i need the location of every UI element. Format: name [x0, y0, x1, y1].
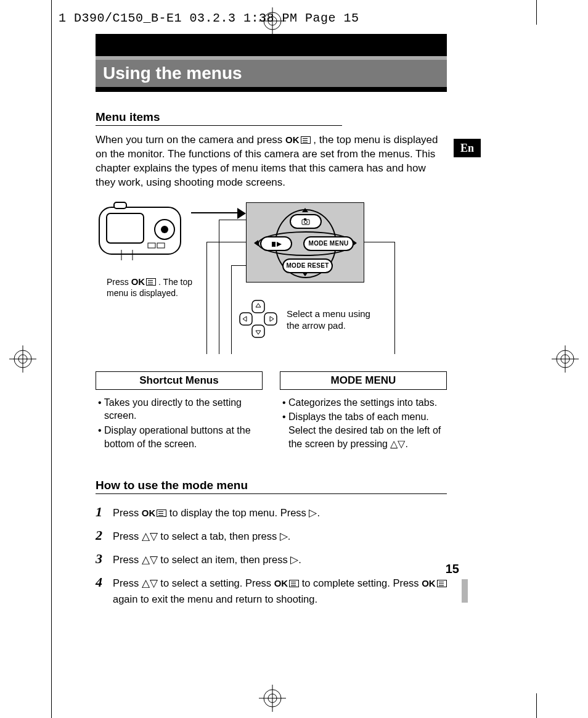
svg-rect-22 — [114, 202, 126, 208]
svg-rect-30 — [252, 300, 264, 313]
intro-pre: When you turn on the camera and press — [96, 134, 285, 146]
ok-menu-icon: OK — [422, 576, 447, 590]
print-header: 1 D390/C150_B-E1 03.2.3 1:38 PM Page 15 — [59, 11, 359, 25]
section-how-to: How to use the mode menu — [96, 479, 447, 494]
bullet: • Displays the tabs of each menu. Select… — [280, 410, 447, 450]
ok-menu-icon: OK — [285, 134, 311, 146]
ok-menu-icon: OK — [142, 506, 167, 520]
col-head-shortcut: Shortcut Menus — [96, 371, 263, 390]
arrow-head-icon — [237, 208, 246, 219]
mode-menu-column: MODE MENU • Categorizes the settings int… — [280, 371, 447, 452]
arrow-line — [191, 212, 240, 213]
connector-line — [206, 242, 207, 354]
ok-menu-icon: OK — [274, 576, 300, 590]
lcd-mode-menu: MODE MENU — [303, 236, 354, 251]
svg-marker-29 — [277, 242, 282, 247]
registration-mark-icon — [259, 685, 286, 712]
diagram-area: Press OK . The top menu is displayed. — [96, 199, 447, 353]
crop-line — [536, 0, 537, 25]
crop-line — [536, 693, 537, 718]
step-3: 3 Press △▽ to select an item, then press… — [96, 548, 447, 569]
svg-rect-17 — [107, 213, 144, 243]
shortcut-menus-column: Shortcut Menus • Takes you directly to t… — [96, 371, 263, 452]
lcd-top-menu: MODE MENU MODE RESET — [246, 202, 364, 283]
page-number: 15 — [446, 562, 459, 576]
camera-caption: Press OK . The top menu is displayed. — [107, 276, 205, 299]
connector-line — [231, 265, 246, 266]
arrow-pad-icon — [239, 299, 278, 339]
lcd-mode-reset: MODE RESET — [282, 258, 333, 273]
svg-rect-21 — [157, 243, 165, 248]
col-head-mode-menu: MODE MENU — [280, 371, 447, 390]
connector-line — [219, 220, 246, 220]
title-band: Using the menus — [96, 34, 447, 92]
triangle-right-icon — [353, 240, 357, 246]
triangle-left-icon — [254, 240, 258, 246]
svg-point-26 — [304, 220, 308, 223]
section-menu-items: Menu items — [96, 110, 342, 126]
svg-point-19 — [161, 226, 168, 233]
bullet: • Categorizes the settings into tabs. — [280, 396, 447, 410]
connector-line — [219, 220, 219, 354]
ok-menu-icon: OK — [131, 276, 157, 288]
page-title: Using the menus — [96, 60, 447, 87]
steps-list: 1 Press OK to display the top menu. Pres… — [96, 501, 447, 607]
registration-mark-icon — [552, 345, 579, 373]
svg-rect-27 — [304, 218, 306, 220]
camera-illustration — [96, 199, 188, 263]
connector-line — [364, 242, 394, 242]
page: 1 D390/C150_B-E1 03.2.3 1:38 PM Page 15 … — [0, 0, 588, 718]
footer-tab — [462, 579, 468, 603]
content-area: En Using the menus Menu items When you t… — [96, 34, 447, 610]
triangle-up-icon — [302, 208, 308, 212]
dpad-caption: Select a menu using the arrow pad. — [287, 308, 385, 332]
step-2: 2 Press △▽ to select a tab, then press ▷… — [96, 525, 447, 546]
svg-rect-33 — [264, 313, 277, 325]
language-tab: En — [454, 139, 481, 157]
camera-mode-icon — [301, 218, 310, 225]
svg-rect-20 — [148, 243, 155, 248]
connector-line — [394, 242, 395, 354]
step-1: 1 Press OK to display the top menu. Pres… — [96, 501, 447, 522]
bullet: • Takes you directly to the setting scre… — [96, 396, 263, 423]
connector-line — [206, 242, 246, 242]
svg-rect-32 — [240, 313, 252, 325]
svg-rect-31 — [252, 325, 264, 337]
menu-type-columns: Shortcut Menus • Takes you directly to t… — [96, 371, 447, 452]
svg-rect-28 — [272, 242, 276, 247]
step-4: 4 Press △▽ to select a setting. Press OK… — [96, 572, 447, 607]
connector-line — [231, 265, 232, 354]
crop-line — [51, 0, 52, 718]
triangle-down-icon — [302, 272, 308, 276]
lcd-left-option — [260, 236, 292, 251]
registration-mark-icon — [9, 345, 36, 373]
flash-icon — [271, 240, 282, 247]
intro-paragraph: When you turn on the camera and press OK… — [96, 133, 447, 190]
bullet: • Display operational buttons at the bot… — [96, 424, 263, 450]
lcd-top-option — [290, 214, 322, 229]
